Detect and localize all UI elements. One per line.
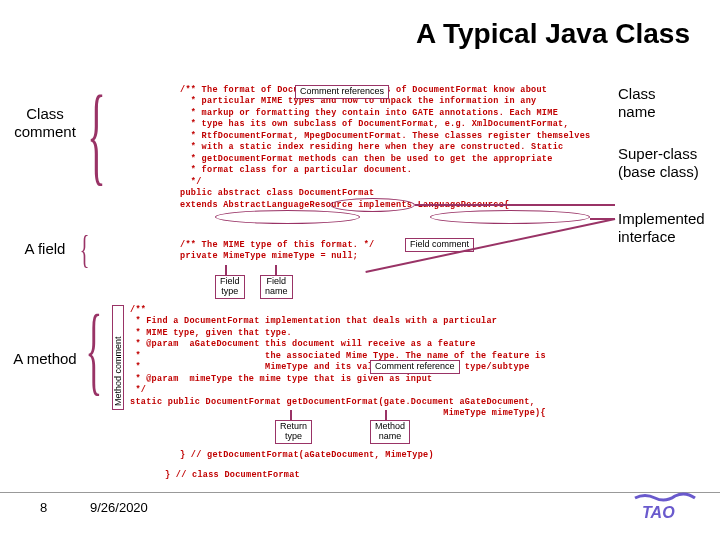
label-method: A method (10, 350, 80, 368)
arrow-classname (415, 204, 615, 206)
slide-title: A Typical Java Class (416, 18, 690, 50)
tag-method-name: Methodname (370, 420, 410, 444)
arrow-superclass (365, 218, 615, 272)
code-method-close: } // getDocumentFormat(aGateDocument, Mi… (180, 450, 434, 461)
arrow-interface (590, 218, 615, 220)
tag-return-type: Returntype (275, 420, 312, 444)
circle-class-name (330, 198, 415, 212)
brace-class-comment: { (87, 85, 105, 184)
label-interface: Implementedinterface (618, 210, 708, 246)
arrow-field-name (275, 265, 277, 275)
circle-interface (430, 210, 590, 224)
code-field-line: /** The MIME type of this format. */ pri… (180, 240, 374, 263)
tag-method-comment: Method comment (113, 336, 123, 406)
arrow-field-type (225, 265, 227, 275)
arrow-return-type (290, 410, 292, 420)
logo-tao: TAO (630, 488, 700, 528)
footer-date: 9/26/2020 (90, 500, 148, 515)
arrow-method-name (385, 410, 387, 420)
brace-method: { (86, 305, 103, 395)
label-class-comment: Classcomment (10, 105, 80, 141)
tag-field-name: Fieldname (260, 275, 293, 299)
label-field: A field (10, 240, 80, 258)
page-number: 8 (40, 500, 47, 515)
circle-super-class (215, 210, 360, 224)
tag-comment-reference-mid: Comment reference (370, 360, 460, 374)
code-class-comment: /** The format of Documents. Subclasses … (180, 85, 610, 211)
label-class-name: Classname (618, 85, 708, 121)
tag-field-type: Fieldtype (215, 275, 245, 299)
svg-text:TAO: TAO (642, 504, 675, 521)
tag-comment-references-top: Comment references (295, 85, 389, 99)
label-super-class: Super-class(base class) (618, 145, 708, 181)
code-class-close: } // class DocumentFormat (165, 470, 300, 481)
brace-field: { (80, 232, 90, 268)
